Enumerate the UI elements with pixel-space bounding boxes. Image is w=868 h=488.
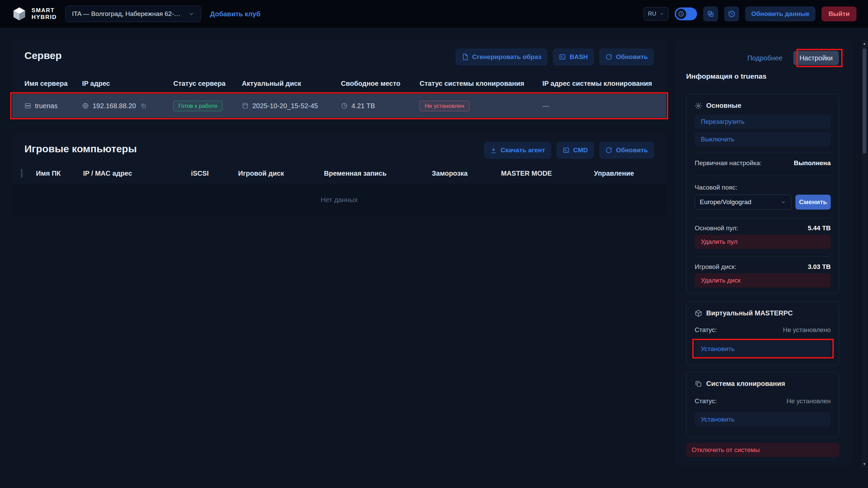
tab-settings[interactable]: Настройки: [793, 51, 839, 65]
download-agent-button[interactable]: Скачать агент: [484, 142, 551, 159]
download-icon: [490, 147, 497, 154]
delete-disk-button[interactable]: Удалить диск: [695, 273, 831, 288]
masterpc-section-header: Виртуальный MASTERPC: [695, 309, 793, 317]
server-icon: [24, 102, 31, 109]
column-header: Свободное место: [341, 80, 420, 87]
delete-pool-button[interactable]: Удалить пул: [695, 235, 831, 249]
app-logo: SMART HYBRID: [12, 6, 57, 22]
cloning-system-section: Система клонирования Статус: Не установл…: [686, 372, 839, 437]
install-cloning-button[interactable]: Установить: [695, 412, 831, 427]
server-card-title: Сервер: [24, 50, 62, 61]
refresh-icon: [605, 54, 612, 60]
panel-title: Информация о truenas: [686, 72, 767, 80]
divider: [695, 176, 831, 176]
change-timezone-button[interactable]: Сменить: [795, 195, 831, 210]
column-header: Статус системы клонирования: [420, 80, 542, 87]
scrollbar-thumb[interactable]: [863, 48, 866, 154]
panel-tabs: Подробнее Настройки: [741, 51, 839, 65]
chevron-down-icon: [188, 11, 195, 17]
pcs-empty-state: Нет данных: [12, 184, 666, 216]
column-header: Статус сервера: [173, 80, 242, 87]
logout-button[interactable]: Выйти: [822, 6, 856, 21]
install-masterpc-button[interactable]: Установить: [695, 341, 831, 357]
refresh-data-button[interactable]: Обновить данные: [745, 6, 816, 21]
history-button[interactable]: [724, 6, 739, 21]
column-header: Актуальный диск: [242, 80, 341, 87]
tab-details[interactable]: Подробнее: [741, 51, 789, 65]
column-header: Имя сервера: [24, 80, 82, 87]
topbar: SMART HYBRID ITA — Волгоград, Набережная…: [0, 0, 868, 28]
copy-ip-button[interactable]: [140, 102, 147, 110]
club-select[interactable]: ITA — Волгоград, Набережная 62-й Армии: [65, 6, 201, 22]
game-disk-row: Игровой диск: 3.03 TB: [695, 263, 831, 271]
server-info-panel: Подробнее Настройки Информация о truenas…: [675, 40, 853, 465]
select-all-checkbox[interactable]: [21, 169, 22, 178]
server-ip-cell: 192.168.88.20: [82, 102, 173, 110]
club-select-value: ITA — Волгоград, Набережная 62-й Армии: [72, 10, 184, 18]
virtual-masterpc-section: Виртуальный MASTERPC Статус: Не установл…: [686, 301, 839, 365]
language-value: RU: [648, 11, 656, 17]
cmd-button[interactable]: CMD: [557, 142, 594, 159]
theme-toggle[interactable]: [675, 7, 697, 20]
topbar-right: RU Обновить данные Выйти: [643, 6, 856, 21]
general-section: Основные Перезагрузить Выключить Первичн…: [686, 94, 839, 293]
timezone-value: Europe/Volgograd: [700, 198, 751, 206]
server-status-cell: Готов к работе: [173, 101, 242, 111]
gear-icon: [695, 102, 702, 110]
copy-icon: [140, 103, 147, 109]
terminal-icon: [563, 147, 570, 154]
page-scrollbar[interactable]: ▲ ▼: [862, 40, 867, 468]
divider: [695, 256, 831, 257]
pcs-card-actions: Скачать агент CMD Обновить: [484, 142, 654, 159]
timezone-label: Часовой пояс:: [695, 184, 737, 191]
column-header: Управление: [594, 170, 657, 177]
shutdown-button[interactable]: Выключить: [695, 132, 831, 147]
column-header: IP адрес системы клонирования: [542, 80, 654, 87]
column-header: MASTER MODE: [501, 170, 594, 177]
clone-icon: [695, 380, 702, 388]
server-card: Сервер Сгенерировать образ BASH Обновить…: [12, 40, 666, 119]
overlap-windows-button[interactable]: [703, 6, 718, 21]
generate-image-button[interactable]: Сгенерировать образ: [456, 48, 547, 65]
history-clock-icon: [728, 10, 735, 18]
chevron-down-icon: [659, 12, 664, 16]
clock-icon: [676, 9, 686, 19]
server-card-actions: Сгенерировать образ BASH Обновить: [456, 48, 654, 65]
general-section-header: Основные: [695, 102, 741, 110]
gaming-pcs-card: Игровые компьютеры Скачать агент CMD Обн…: [12, 133, 666, 216]
masterpc-status-row: Статус: Не установлено: [695, 326, 831, 334]
cube-icon: [695, 310, 702, 317]
server-table-row[interactable]: truenas 192.168.88.20 Готов к работе 202…: [12, 94, 666, 118]
column-header: Временная запись: [324, 170, 432, 177]
timezone-row: Europe/Volgograd Сменить: [695, 195, 831, 210]
scroll-down-arrow[interactable]: ▼: [862, 462, 867, 466]
cloning-section-header: Система клонирования: [695, 380, 785, 388]
timezone-select[interactable]: Europe/Volgograd: [695, 195, 791, 210]
clone-status-badge: Не установлен: [420, 101, 469, 111]
bash-button[interactable]: BASH: [553, 48, 594, 65]
document-icon: [462, 54, 468, 60]
globe-icon: [82, 102, 89, 109]
pcs-card-title: Игровые компьютеры: [24, 143, 137, 155]
main-pool-row: Основной пул: 5.44 TB: [695, 225, 831, 232]
pcs-table-header: Имя ПК IP / MAC адрес iSCSI Игровой диск…: [12, 170, 666, 177]
disk-icon: [242, 102, 249, 109]
reboot-button[interactable]: Перезагрузить: [695, 115, 831, 129]
column-header: IP адрес: [82, 80, 173, 87]
initial-setup-row: Первичная настройка: Выполнена: [695, 159, 831, 167]
scroll-up-arrow[interactable]: ▲: [862, 41, 867, 45]
server-table-header: Имя сервера IP адрес Статус сервера Акту…: [12, 80, 666, 87]
disconnect-button[interactable]: Отключить от системы: [686, 443, 839, 457]
column-header: Заморозка: [432, 170, 501, 177]
column-header: IP / MAC адрес: [83, 170, 191, 177]
server-status-badge: Готов к работе: [173, 101, 223, 111]
cloning-status-row: Статус: Не установлен: [695, 397, 831, 405]
server-refresh-button[interactable]: Обновить: [599, 48, 654, 65]
column-header: iSCSI: [191, 170, 238, 177]
pcs-refresh-button[interactable]: Обновить: [599, 142, 654, 159]
divider: [695, 153, 831, 153]
add-club-button[interactable]: Добавить клуб: [210, 10, 261, 18]
free-space-cell: 4.21 TB: [341, 102, 420, 110]
language-select[interactable]: RU: [643, 7, 669, 21]
column-header: Игровой диск: [238, 170, 324, 177]
